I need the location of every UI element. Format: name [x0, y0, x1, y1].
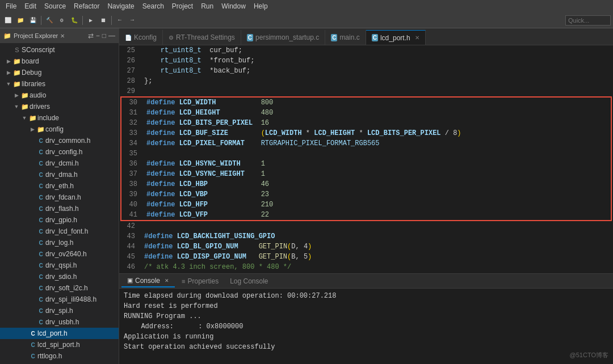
line-content — [140, 221, 148, 231]
stop-button[interactable]: ⏹ — [98, 15, 109, 26]
tree-item-drv-usbh[interactable]: C drv_usbh.h — [0, 316, 119, 328]
tree-item-board[interactable]: ▶ 📁 board — [0, 56, 119, 67]
tab-lcd-port[interactable]: C lcd_port.h ✕ — [366, 30, 426, 45]
tree-item-drv-qspi[interactable]: C drv_qspi.h — [0, 260, 119, 271]
tree-item-lcd-spi-port[interactable]: C lcd_spi_port.h — [0, 339, 119, 350]
tree-item-drv-ov2640[interactable]: C drv_ov2640.h — [0, 248, 119, 260]
debug-button[interactable]: 🐛 — [69, 15, 80, 26]
main-area: 📁 Project Explorer ✕ ⇄ − □ — S SConscrip… — [0, 28, 613, 364]
menu-help[interactable]: Help — [250, 1, 271, 11]
tree-item-drv-dcmi[interactable]: C drv_dcmi.h — [0, 158, 119, 169]
tab-kconfig[interactable]: 📄 Kconfig — [119, 30, 163, 45]
tree-item-drivers[interactable]: ▼ 📁 drivers — [0, 101, 119, 112]
tree-item-libraries[interactable]: ▼ 📁 libraries — [0, 78, 119, 90]
tree-label: drv_log.h — [45, 239, 73, 247]
tree-item-drv-eth[interactable]: C drv_eth.h — [0, 180, 119, 192]
line-number: 35 — [121, 149, 142, 159]
code-line-37: 37 #define LCD_VSYNC_HEIGHT 1 — [121, 169, 611, 179]
run-button[interactable]: ▶ — [85, 15, 96, 26]
menu-source[interactable]: Source — [41, 1, 69, 11]
line-number: 38 — [121, 179, 142, 189]
tree-arrow: ▶ — [5, 70, 12, 75]
menu-refactor[interactable]: Refactor — [70, 1, 103, 11]
tree-item-drv-gpio[interactable]: C drv_gpio.h — [0, 214, 119, 226]
rt-thread-icon: ⚙ — [169, 35, 174, 41]
menu-file[interactable]: File — [2, 1, 20, 11]
line-content: rt_uint8_t cur_buf; — [140, 45, 242, 56]
code-line-28: 28 }; — [119, 76, 613, 86]
code-line-25: 25 rt_uint8_t cur_buf; — [119, 45, 613, 56]
open-button[interactable]: 📁 — [15, 15, 26, 26]
maximize-icon[interactable]: □ — [102, 32, 106, 40]
tree-item-drv-dma[interactable]: C drv_dma.h — [0, 169, 119, 180]
back-button[interactable]: ← — [114, 15, 125, 26]
console-line-4: Application is running — [124, 332, 608, 342]
tree-item-config[interactable]: ▶ 📁 config — [0, 124, 119, 135]
tree-item-lcd-port-h[interactable]: C lcd_port.h — [0, 328, 119, 339]
menu-run[interactable]: Run — [198, 1, 217, 11]
line-number: 36 — [121, 159, 142, 169]
console-close-icon[interactable]: ✕ — [165, 278, 169, 283]
menu-edit[interactable]: Edit — [21, 1, 40, 11]
tab-main[interactable]: C main.c — [325, 30, 366, 45]
code-editor[interactable]: 25 rt_uint8_t cur_buf; 26 rt_uint8_t *fr… — [119, 45, 613, 273]
highlight-block: 30 #define LCD_WIDTH 800 31 #define LCD_… — [120, 96, 612, 221]
build-button[interactable]: 🔨 — [44, 15, 55, 26]
sync-icon[interactable]: ⇄ — [88, 32, 94, 40]
tree-item-drv-common[interactable]: C drv_common.h — [0, 135, 119, 146]
minimize-icon[interactable]: — — [108, 32, 115, 40]
tree-item-drv-config[interactable]: C drv_config.h — [0, 146, 119, 158]
line-number: 27 — [119, 66, 140, 76]
menu-navigate[interactable]: Navigate — [104, 1, 137, 11]
tree-item-sconscript[interactable]: S SConscript — [0, 44, 119, 56]
tree-item-drv-lcd-font[interactable]: C drv_lcd_font.h — [0, 226, 119, 237]
code-line-27: 27 rt_uint8_t *back_buf; — [119, 66, 613, 76]
tab-rt-thread[interactable]: ⚙ RT-Thread Settings — [163, 30, 241, 45]
close-icon[interactable]: ✕ — [60, 33, 65, 39]
tree-item-include[interactable]: ▼ 📁 include — [0, 112, 119, 124]
tree-item-drv-spi-ili9488[interactable]: C drv_spi_ili9488.h — [0, 294, 119, 305]
tree-item-debug[interactable]: ▶ 📁 Debug — [0, 67, 119, 78]
settings-button[interactable]: ⚙ — [56, 15, 68, 26]
c-file-icon-main: C — [331, 34, 337, 41]
h-file-icon: C — [36, 318, 45, 327]
tree-item-drv-soft-i2c[interactable]: C drv_soft_i2c.h — [0, 282, 119, 294]
tree-item-drv-sdio[interactable]: C drv_sdio.h — [0, 271, 119, 282]
sidebar-header-left: 📁 Project Explorer ✕ — [3, 32, 65, 40]
quick-search-input[interactable] — [565, 15, 611, 26]
line-content — [142, 149, 150, 159]
tab-label-lcd-port: lcd_port.h — [380, 34, 410, 42]
collapse-icon[interactable]: − — [96, 32, 100, 40]
tree-item-drv-flash[interactable]: C drv_flash.h — [0, 203, 119, 214]
forward-button[interactable]: → — [127, 15, 138, 26]
menu-project[interactable]: Project — [169, 1, 196, 11]
console-tab-properties[interactable]: ≡ Properties — [176, 275, 224, 287]
line-number: 46 — [119, 262, 140, 272]
tree-label: include — [37, 114, 59, 122]
line-number: 30 — [121, 98, 142, 108]
menu-window[interactable]: Window — [218, 1, 249, 11]
tree-item-drv-fdcan[interactable]: C drv_fdcan.h — [0, 192, 119, 203]
folder-icon: 📁 — [12, 68, 22, 77]
h-file-icon: C — [36, 238, 45, 247]
tree-item-drv-log[interactable]: C drv_log.h — [0, 237, 119, 248]
code-line-46: 46 /* atk 4.3 inch screen, 800 * 480 */ — [119, 262, 613, 272]
tree-label: drv_soft_i2c.h — [45, 284, 88, 292]
tree-label: drv_ov2640.h — [45, 250, 87, 258]
menu-search[interactable]: Search — [139, 1, 167, 11]
line-number: 44 — [119, 242, 140, 252]
console-tab-console[interactable]: ▣ Console ✕ — [121, 275, 175, 287]
tree-label: board — [22, 57, 39, 65]
properties-icon: ≡ — [182, 278, 185, 285]
tree-item-audio[interactable]: ▶ 📁 audio — [0, 90, 119, 101]
tree-arrow: ▶ — [28, 126, 36, 132]
tree-item-drv-spi[interactable]: C drv_spi.h — [0, 305, 119, 316]
tree-item-sdram-port[interactable]: C sdram_port.h — [0, 362, 119, 364]
new-button[interactable]: ⬜ — [2, 15, 14, 26]
save-button[interactable]: 💾 — [27, 15, 39, 26]
tree-label: drv_sdio.h — [45, 273, 77, 281]
tree-label: drv_qspi.h — [45, 261, 77, 269]
tab-persimmon[interactable]: C persimmon_startup.c — [241, 30, 325, 45]
tab-close-icon[interactable]: ✕ — [415, 35, 419, 41]
tree-item-rttlogo[interactable]: C rttlogo.h — [0, 350, 119, 362]
